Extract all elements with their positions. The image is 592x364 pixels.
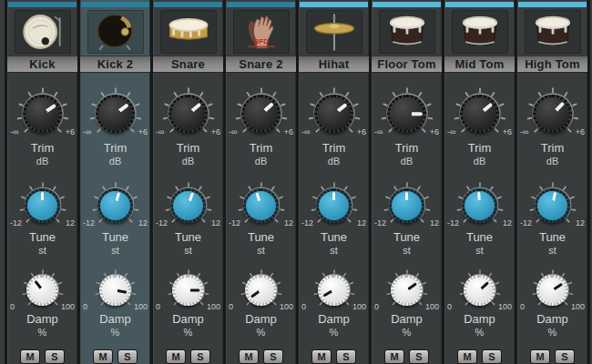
mute-button[interactable]: M bbox=[166, 349, 186, 364]
solo-button[interactable]: S bbox=[555, 349, 575, 364]
mute-button[interactable]: M bbox=[311, 349, 332, 364]
mute-button[interactable]: M bbox=[457, 349, 477, 364]
damp-knob[interactable] bbox=[95, 269, 137, 311]
trim-unit-label: dB bbox=[80, 156, 150, 167]
tune-knob-indicator bbox=[477, 192, 481, 206]
solo-button[interactable]: S bbox=[482, 349, 502, 364]
tune-max-label: 12 bbox=[284, 218, 293, 228]
trim-min-label: -∞ bbox=[156, 127, 164, 136]
tune-max-label: 12 bbox=[503, 218, 512, 228]
damp-knob-block: 0 100 Damp % bbox=[299, 269, 369, 338]
channel-strip[interactable]: High Tom -∞ +6 Trim dB -12 12 Tune st bbox=[517, 0, 587, 364]
damp-knob[interactable] bbox=[459, 269, 501, 311]
channel-thumbnail[interactable] bbox=[299, 7, 369, 56]
channel-name[interactable]: Snare 2 bbox=[226, 56, 296, 73]
trim-knob[interactable] bbox=[89, 87, 142, 140]
solo-button[interactable]: S bbox=[336, 349, 356, 364]
tune-knob[interactable] bbox=[456, 182, 504, 229]
damp-unit-label: % bbox=[226, 327, 296, 338]
trim-min-label: -∞ bbox=[447, 127, 455, 136]
trim-knob[interactable] bbox=[16, 87, 69, 140]
tune-max-label: 12 bbox=[357, 218, 366, 228]
trim-label: Trim bbox=[372, 141, 442, 155]
tune-knob-indicator bbox=[405, 192, 408, 206]
channel-strip[interactable]: Hihat -∞ +6 Trim dB -12 12 Tune st bbox=[299, 0, 369, 364]
damp-knob-block: 0 100 Damp % bbox=[444, 269, 515, 338]
channel-thumbnail[interactable] bbox=[7, 7, 77, 56]
solo-button[interactable]: S bbox=[409, 349, 429, 364]
solo-button[interactable]: S bbox=[45, 349, 65, 364]
damp-knob-block: 0 100 Damp % bbox=[80, 269, 150, 338]
solo-button[interactable]: S bbox=[117, 349, 138, 364]
channel-thumbnail[interactable] bbox=[80, 7, 150, 56]
damp-unit-label: % bbox=[80, 327, 150, 338]
snare-drum-icon bbox=[163, 12, 214, 52]
channel-thumbnail[interactable] bbox=[153, 7, 223, 56]
tune-label: Tune bbox=[7, 230, 77, 244]
channel-name[interactable]: Kick 2 bbox=[80, 56, 150, 73]
tune-knob[interactable] bbox=[529, 182, 577, 229]
trim-knob[interactable] bbox=[308, 87, 361, 140]
channel-thumbnail[interactable] bbox=[372, 7, 442, 56]
tune-knob[interactable] bbox=[92, 182, 139, 229]
trim-min-label: -∞ bbox=[520, 127, 528, 136]
channel-name[interactable]: Snare bbox=[153, 56, 223, 73]
channel-strip[interactable]: BFD Snare 2 -∞ +6 Trim dB -12 12 Tune bbox=[226, 0, 296, 364]
trim-max-label: +6 bbox=[66, 127, 75, 136]
mute-button[interactable]: M bbox=[239, 349, 259, 364]
tune-knob[interactable] bbox=[238, 182, 285, 229]
tune-knob[interactable] bbox=[165, 182, 212, 229]
damp-knob[interactable] bbox=[168, 269, 209, 311]
mute-button[interactable]: M bbox=[530, 349, 550, 364]
channel-thumbnail[interactable] bbox=[517, 7, 587, 56]
mute-solo-row: M S bbox=[299, 349, 369, 364]
channel-thumbnail[interactable]: BFD bbox=[226, 7, 296, 56]
trim-unit-label: dB bbox=[153, 156, 223, 167]
trim-label: Trim bbox=[226, 141, 296, 155]
tune-knob[interactable] bbox=[311, 182, 358, 229]
trim-knob[interactable] bbox=[162, 87, 215, 140]
channel-strip[interactable]: Mid Tom -∞ +6 Trim dB -12 12 Tune st bbox=[444, 0, 515, 364]
channel-strip[interactable]: Kick -∞ +6 Trim dB -12 12 Tune st bbox=[7, 0, 77, 364]
damp-knob[interactable] bbox=[240, 269, 282, 311]
trim-knob[interactable] bbox=[381, 87, 434, 140]
tune-knob[interactable] bbox=[383, 182, 431, 229]
trim-knob[interactable] bbox=[235, 87, 288, 140]
trim-knob[interactable] bbox=[454, 87, 506, 140]
damp-unit-label: % bbox=[7, 327, 77, 338]
trim-max-label: +6 bbox=[284, 127, 293, 136]
channel-strip[interactable]: Kick 2 -∞ +6 Trim dB -12 12 Tune st bbox=[80, 0, 150, 364]
mute-solo-row: M S bbox=[153, 349, 223, 364]
mute-button[interactable]: M bbox=[384, 349, 404, 364]
channel-name[interactable]: Hihat bbox=[299, 56, 369, 73]
damp-max-label: 100 bbox=[425, 302, 439, 311]
channel-strip[interactable]: Snare -∞ +6 Trim dB -12 12 Tune st bbox=[153, 0, 223, 364]
tune-knob[interactable] bbox=[19, 182, 66, 229]
tune-unit-label: st bbox=[7, 245, 77, 256]
damp-knob[interactable] bbox=[313, 269, 355, 311]
tune-knob-indicator bbox=[114, 192, 120, 206]
solo-button[interactable]: S bbox=[190, 349, 210, 364]
mute-button[interactable]: M bbox=[93, 349, 113, 364]
damp-knob[interactable] bbox=[386, 269, 428, 311]
damp-label: Damp bbox=[153, 312, 223, 326]
trim-knob[interactable] bbox=[526, 87, 579, 140]
mute-button[interactable]: M bbox=[20, 349, 40, 364]
channel-name[interactable]: Mid Tom bbox=[444, 56, 515, 73]
damp-unit-label: % bbox=[517, 327, 587, 338]
channel-name[interactable]: Floor Tom bbox=[372, 56, 442, 73]
damp-knob-body bbox=[464, 275, 495, 306]
tune-knob-body bbox=[25, 188, 60, 224]
tune-knob-body bbox=[316, 188, 352, 224]
trim-unit-label: dB bbox=[7, 156, 77, 167]
damp-knob[interactable] bbox=[532, 269, 574, 311]
solo-button[interactable]: S bbox=[263, 349, 283, 364]
damp-knob[interactable] bbox=[22, 269, 64, 311]
channel-name[interactable]: Kick bbox=[7, 56, 77, 73]
channel-strip[interactable]: Floor Tom -∞ +6 Trim dB -12 12 Tune st bbox=[372, 0, 442, 364]
damp-unit-label: % bbox=[372, 327, 442, 338]
damp-max-label: 100 bbox=[571, 302, 585, 311]
channel-thumbnail[interactable] bbox=[444, 7, 515, 56]
channel-name[interactable]: High Tom bbox=[517, 56, 587, 73]
damp-knob-block: 0 100 Damp % bbox=[372, 269, 442, 338]
